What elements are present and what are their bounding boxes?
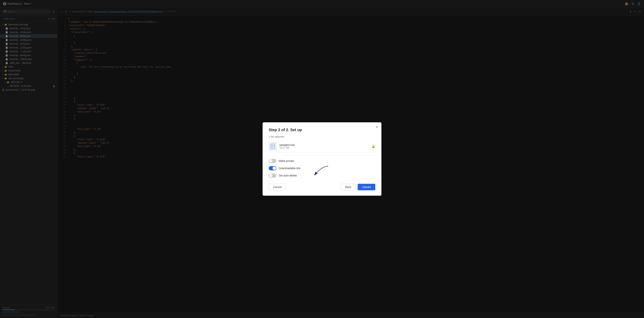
file-lock-icon: 🔒: [372, 144, 375, 148]
svg-rect-1: [271, 144, 275, 149]
upload-button[interactable]: Upload: [358, 184, 375, 190]
dialog-actions: Cancel Back Upload: [269, 181, 375, 190]
cancel-button[interactable]: Cancel: [269, 184, 286, 190]
toggle-knob: [269, 159, 272, 163]
attached-file-item: sample3.nist 18.67 MB 🔒: [269, 140, 375, 152]
files-attached-label: 1 file attached: [269, 135, 375, 138]
set-auto-delete-toggle[interactable]: [269, 174, 276, 178]
dialog-title: Step 2 of 2. Set up: [269, 128, 375, 132]
file-size: 18.67 MB: [280, 146, 369, 149]
downloadable-link-toggle[interactable]: [269, 166, 276, 170]
toggle-knob: [269, 174, 272, 177]
file-name: sample3.nist: [280, 143, 369, 146]
divider: [269, 155, 375, 156]
set-auto-delete-row: Set auto-delete: [269, 174, 375, 178]
button-group: Back Upload: [341, 184, 376, 190]
upload-dialog: ✕ Step 2 of 2. Set up 1 file attached sa…: [262, 122, 382, 196]
make-private-label: Make private: [279, 160, 294, 163]
make-private-row: Make private: [269, 159, 375, 163]
file-info: sample3.nist 18.67 MB: [280, 143, 369, 149]
downloadable-link-label: Downloadable link: [279, 167, 300, 170]
toggle-knob: [272, 167, 276, 170]
back-button[interactable]: Back: [341, 184, 356, 190]
make-private-toggle[interactable]: [269, 159, 276, 163]
dialog-overlay: ✕ Step 2 of 2. Set up 1 file attached sa…: [0, 0, 644, 318]
set-auto-delete-label: Set auto-delete: [279, 174, 297, 177]
dialog-close-button[interactable]: ✕: [376, 125, 378, 129]
file-thumbnail: [269, 142, 277, 150]
downloadable-link-row: Downloadable link: [269, 166, 375, 170]
